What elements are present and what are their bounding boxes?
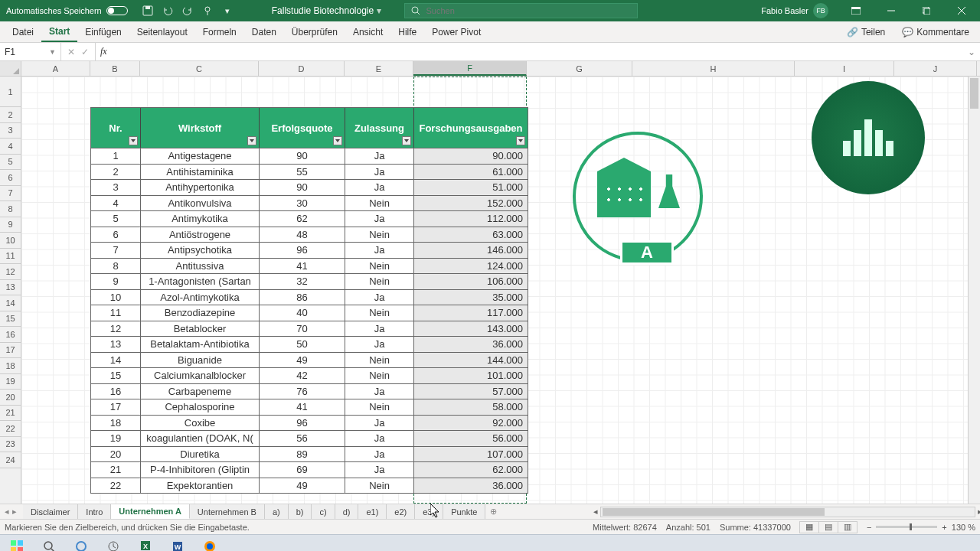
row-header-1[interactable]: 1 <box>0 77 21 107</box>
table-row[interactable]: 2Antihistaminika55Ja61.000 <box>91 164 528 180</box>
share-button[interactable]: 🔗Teilen <box>841 27 891 37</box>
table-cell[interactable]: Nein <box>345 399 414 415</box>
table-cell[interactable]: Betalaktam-Antibiotika <box>141 336 260 352</box>
table-cell[interactable]: Ja <box>345 383 414 399</box>
table-cell[interactable]: 144.000 <box>414 352 528 368</box>
table-cell[interactable]: Expektorantien <box>141 478 260 494</box>
vertical-scrollbar[interactable] <box>968 77 980 504</box>
table-cell[interactable]: Ja <box>345 164 414 180</box>
table-cell[interactable]: 112.000 <box>414 210 528 227</box>
ribbon-tab-überprüfen[interactable]: Überprüfen <box>284 21 345 42</box>
search-box[interactable] <box>404 3 638 18</box>
table-cell[interactable]: 16 <box>91 383 141 399</box>
table-cell[interactable]: 107.000 <box>414 446 528 462</box>
table-cell[interactable]: 92.000 <box>414 415 528 431</box>
zoom-in-icon[interactable]: + <box>942 523 946 532</box>
table-cell[interactable]: 22 <box>91 478 141 494</box>
search-input[interactable] <box>426 6 631 15</box>
table-row[interactable]: 5Antimykotika62Ja112.000 <box>91 210 528 227</box>
ribbon-tab-daten[interactable]: Daten <box>244 21 284 42</box>
table-cell[interactable]: 86 <box>260 289 345 305</box>
table-cell[interactable]: Coxibe <box>141 415 260 431</box>
ribbon-tab-power pivot[interactable]: Power Pivot <box>424 21 488 42</box>
table-row[interactable]: 17Cephalosporine41Nein58.000 <box>91 399 528 415</box>
table-cell[interactable]: Antigestagene <box>141 148 260 164</box>
table-cell[interactable]: Betablocker <box>141 321 260 337</box>
select-all-cell[interactable] <box>0 61 21 76</box>
row-header-24[interactable]: 24 <box>0 452 21 468</box>
column-header-B[interactable]: B <box>90 61 140 76</box>
column-header-G[interactable]: G <box>527 61 632 76</box>
ribbon-tab-hilfe[interactable]: Hilfe <box>390 21 424 42</box>
row-header-7[interactable]: 7 <box>0 186 21 202</box>
task-view-icon[interactable] <box>98 535 129 552</box>
table-header-4[interactable]: Forschungsausgaben <box>414 108 528 148</box>
filter-icon[interactable] <box>516 136 525 145</box>
table-cell[interactable]: Biguanide <box>141 352 260 368</box>
add-sheet-button[interactable]: ⊕ <box>485 507 501 517</box>
table-cell[interactable]: Antiöstrogene <box>141 227 260 243</box>
sheet-tab[interactable]: Punkte <box>443 504 485 519</box>
table-row[interactable]: 16Carbapeneme76Ja57.000 <box>91 383 528 399</box>
sheet-tab[interactable]: d) <box>335 504 359 519</box>
table-cell[interactable]: Ja <box>345 336 414 352</box>
table-cell[interactable]: 36.000 <box>414 336 528 352</box>
table-cell[interactable]: 62 <box>260 210 345 227</box>
table-cell[interactable]: 48 <box>260 227 345 243</box>
chart-logo[interactable] <box>812 81 925 194</box>
column-header-E[interactable]: E <box>345 61 413 76</box>
table-row[interactable]: 13Betalaktam-Antibiotika50Ja36.000 <box>91 336 528 352</box>
column-header-J[interactable]: J <box>894 61 977 76</box>
row-header-21[interactable]: 21 <box>0 406 21 422</box>
expand-formula-icon[interactable]: ⌄ <box>963 47 980 57</box>
row-header-10[interactable]: 10 <box>0 233 21 249</box>
table-cell[interactable]: 40 <box>260 305 345 321</box>
table-cell[interactable]: 9 <box>91 273 141 289</box>
column-header-A[interactable]: A <box>21 61 90 76</box>
ribbon-tab-start[interactable]: Start <box>41 21 77 42</box>
table-cell[interactable]: Ja <box>345 242 414 258</box>
table-row[interactable]: 91-Antagonisten (Sartan32Nein106.000 <box>91 273 528 289</box>
table-cell[interactable]: 61.000 <box>414 164 528 180</box>
table-cell[interactable]: Ja <box>345 321 414 337</box>
table-row[interactable]: 4Antikonvulsiva30Nein152.000 <box>91 195 528 211</box>
table-cell[interactable]: 50 <box>260 336 345 352</box>
zoom-out-icon[interactable]: − <box>867 523 871 532</box>
table-cell[interactable]: 56.000 <box>414 430 528 446</box>
sheet-tab[interactable]: e1) <box>358 504 387 519</box>
table-cell[interactable]: Ja <box>345 148 414 164</box>
row-header-20[interactable]: 20 <box>0 390 21 406</box>
row-header-5[interactable]: 5 <box>0 155 21 171</box>
table-cell[interactable]: 96 <box>260 415 345 431</box>
table-cell[interactable]: Antimykotika <box>141 210 260 227</box>
table-cell[interactable]: Antihypertonika <box>141 179 260 195</box>
excel-taskbar-icon[interactable]: X <box>130 535 161 552</box>
page-layout-icon[interactable]: ▤ <box>818 521 838 533</box>
row-header-16[interactable]: 16 <box>0 327 21 343</box>
table-cell[interactable]: Ja <box>345 179 414 195</box>
sheet-tab[interactable]: b) <box>289 504 312 519</box>
table-cell[interactable]: 21 <box>91 461 141 478</box>
filter-icon[interactable] <box>129 136 138 145</box>
table-cell[interactable]: Cephalosporine <box>141 399 260 415</box>
table-cell[interactable]: Ja <box>345 210 414 227</box>
ribbon-tab-formeln[interactable]: Formeln <box>195 21 244 42</box>
table-cell[interactable]: Nein <box>345 367 414 383</box>
start-button[interactable] <box>2 535 32 552</box>
user-account[interactable]: Fabio Basler FB <box>761 3 828 18</box>
touch-mode-icon[interactable] <box>201 5 214 17</box>
sheet-tab[interactable]: e3) <box>415 504 443 519</box>
table-cell[interactable]: 90 <box>260 148 345 164</box>
table-cell[interactable]: 62.000 <box>414 461 528 478</box>
table-cell[interactable]: Diuretika <box>141 446 260 462</box>
ribbon-tab-seitenlayout[interactable]: Seitenlayout <box>129 21 195 42</box>
table-row[interactable]: 14Biguanide49Nein144.000 <box>91 352 528 368</box>
cortana-icon[interactable] <box>66 535 96 552</box>
table-cell[interactable]: Antihistaminika <box>141 164 260 180</box>
row-header-19[interactable]: 19 <box>0 374 21 390</box>
filter-icon[interactable] <box>333 136 342 145</box>
firefox-taskbar-icon[interactable] <box>194 535 225 552</box>
table-cell[interactable]: Calciumkanalblocker <box>141 367 260 383</box>
maximize-button[interactable] <box>911 0 942 21</box>
row-header-8[interactable]: 8 <box>0 201 21 217</box>
